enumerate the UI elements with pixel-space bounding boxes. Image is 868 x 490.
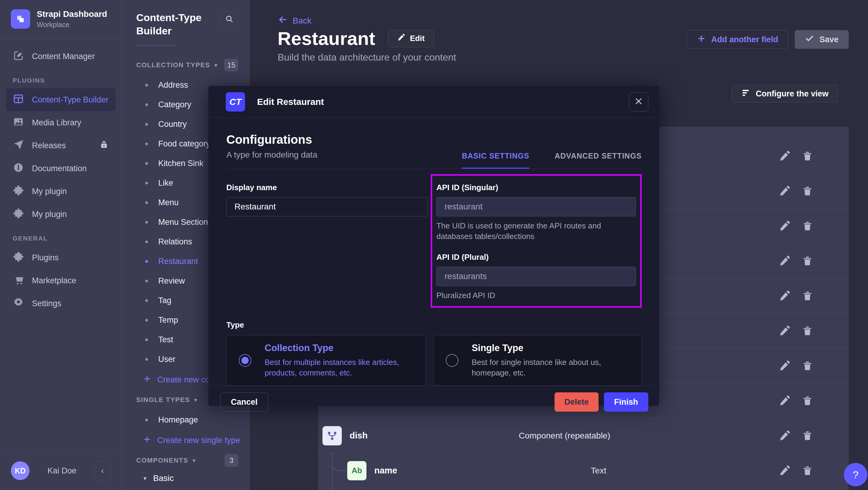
delete-field-button[interactable] bbox=[802, 220, 813, 232]
paper-plane-icon bbox=[13, 139, 24, 152]
cart-icon bbox=[13, 274, 24, 287]
collection-types-label: COLLECTION TYPES bbox=[136, 61, 210, 69]
edit-button[interactable]: Edit bbox=[388, 30, 434, 47]
plus-icon bbox=[143, 375, 151, 385]
sidebar-item-label: Media Library bbox=[32, 118, 82, 127]
sidebar-item-my-plugin-1[interactable]: My plugin bbox=[6, 180, 116, 203]
api-id-plural-label: API ID (Plural) bbox=[436, 252, 636, 262]
sidebar-item-releases[interactable]: Releases bbox=[6, 134, 116, 157]
settings-tabs: BASIC SETTINGS ADVANCED SETTINGS bbox=[462, 133, 642, 169]
sidebar-item-label: Settings bbox=[32, 299, 61, 308]
radio-collection-type[interactable] bbox=[239, 354, 251, 367]
caret-down-icon: ▾ bbox=[144, 474, 147, 482]
check-icon bbox=[805, 34, 814, 45]
sidebar-item-my-plugin-2[interactable]: My plugin bbox=[6, 203, 116, 226]
api-id-highlight-box: API ID (Singular) The UID is used to gen… bbox=[431, 174, 642, 308]
info-icon bbox=[13, 162, 24, 175]
edit-field-button[interactable] bbox=[779, 325, 790, 337]
collapse-sidebar-button[interactable]: ‹ bbox=[94, 461, 111, 480]
edit-field-button[interactable] bbox=[779, 220, 790, 232]
edit-field-button[interactable] bbox=[779, 465, 790, 477]
workspace-switcher[interactable]: Strapi Dashboard Workplace bbox=[0, 0, 121, 38]
bullet-icon bbox=[145, 319, 148, 321]
image-icon bbox=[13, 116, 24, 130]
puzzle-icon bbox=[13, 185, 24, 198]
sidebar-item-label: My plugin bbox=[32, 210, 67, 219]
tab-advanced-settings[interactable]: ADVANCED SETTINGS bbox=[555, 152, 642, 169]
components-label: COMPONENTS bbox=[136, 457, 188, 464]
create-single-type-link[interactable]: Create new single type bbox=[122, 430, 249, 451]
field-name: name bbox=[374, 466, 397, 476]
sidebar-item-documentation[interactable]: Documentation bbox=[6, 157, 116, 180]
field-name: dish bbox=[350, 431, 368, 440]
tab-basic-settings[interactable]: BASIC SETTINGS bbox=[462, 152, 529, 169]
search-icon bbox=[225, 14, 234, 24]
add-another-field-button[interactable]: Add another field bbox=[687, 30, 788, 49]
delete-field-button[interactable] bbox=[802, 290, 813, 302]
api-id-plural-input[interactable] bbox=[436, 267, 636, 286]
sidebar-item-plugins[interactable]: Plugins bbox=[6, 246, 116, 269]
bullet-icon bbox=[145, 162, 148, 165]
collection-types-header[interactable]: COLLECTION TYPES ▾ 15 bbox=[122, 58, 249, 72]
component-category-basic[interactable]: ▾ Basic bbox=[122, 468, 249, 489]
arrow-left-icon bbox=[278, 14, 288, 27]
sidebar-item-content-type-builder[interactable]: Content-Type Builder bbox=[6, 88, 116, 111]
radio-single-type[interactable] bbox=[446, 354, 458, 367]
bullet-icon bbox=[145, 84, 148, 87]
plugins-section-label: PLUGINS bbox=[6, 77, 116, 84]
plus-icon bbox=[143, 435, 151, 446]
grid-icon bbox=[13, 93, 24, 107]
display-name-input[interactable] bbox=[226, 197, 428, 216]
close-modal-button[interactable] bbox=[629, 92, 648, 112]
edit-field-button[interactable] bbox=[779, 185, 790, 197]
avatar[interactable]: KD bbox=[11, 461, 30, 480]
sidebar-item-marketplace[interactable]: Marketplace bbox=[6, 269, 116, 292]
delete-field-button[interactable] bbox=[802, 325, 813, 337]
type-label: Type bbox=[226, 320, 642, 330]
delete-field-button[interactable] bbox=[802, 430, 813, 441]
single-type-card[interactable]: Single Type Best for single instance lik… bbox=[433, 335, 642, 386]
edit-field-button[interactable] bbox=[779, 290, 790, 302]
components-count-badge: 3 bbox=[224, 454, 239, 467]
chevron-down-icon: ▾ bbox=[193, 457, 195, 464]
sidebar-item-content-manager[interactable]: Content Manager bbox=[6, 45, 116, 68]
delete-field-button[interactable] bbox=[802, 395, 813, 406]
search-button[interactable] bbox=[221, 11, 238, 28]
components-header[interactable]: COMPONENTS ▾ 3 bbox=[122, 453, 249, 468]
delete-field-button[interactable] bbox=[802, 465, 813, 477]
delete-field-button[interactable] bbox=[802, 185, 813, 197]
feather-pen-icon bbox=[13, 50, 24, 63]
finish-button[interactable]: Finish bbox=[604, 392, 649, 412]
edit-field-button[interactable] bbox=[779, 255, 790, 267]
sidebar-item-media-library[interactable]: Media Library bbox=[6, 111, 116, 134]
edit-field-button[interactable] bbox=[779, 430, 790, 441]
edit-field-button[interactable] bbox=[779, 395, 790, 406]
edit-field-button[interactable] bbox=[779, 360, 790, 372]
sidebar-item-label: My plugin bbox=[32, 187, 67, 196]
field-row-dish: dish Component (repeatable) bbox=[318, 418, 849, 453]
field-type: Component (repeatable) bbox=[492, 431, 637, 440]
delete-field-button[interactable] bbox=[802, 150, 813, 162]
collection-type-card[interactable]: Collection Type Best for multiple instan… bbox=[226, 335, 426, 386]
cancel-button[interactable]: Cancel bbox=[220, 392, 268, 412]
bullet-icon bbox=[145, 201, 148, 204]
back-link[interactable]: Back bbox=[278, 14, 311, 27]
configure-view-button[interactable]: Configure the view bbox=[732, 85, 838, 102]
component-icon bbox=[322, 426, 342, 446]
sidebar-item-settings[interactable]: Settings bbox=[6, 292, 116, 315]
api-id-plural-hint: Pluralized API ID bbox=[436, 290, 636, 301]
bullet-icon bbox=[145, 103, 148, 106]
single-types-label: SINGLE TYPES bbox=[136, 396, 190, 404]
bullet-icon bbox=[145, 338, 148, 341]
help-button[interactable]: ? bbox=[844, 463, 867, 486]
delete-field-button[interactable] bbox=[802, 360, 813, 372]
pencil-icon bbox=[397, 33, 405, 43]
api-id-singular-label: API ID (Singular) bbox=[436, 183, 636, 192]
api-id-singular-input[interactable] bbox=[436, 197, 636, 216]
edit-field-button[interactable] bbox=[779, 150, 790, 162]
tree-connector bbox=[332, 453, 347, 471]
delete-field-button[interactable] bbox=[802, 255, 813, 267]
delete-button[interactable]: Delete bbox=[555, 392, 598, 412]
bullet-icon bbox=[145, 358, 148, 361]
save-button[interactable]: Save bbox=[795, 30, 849, 49]
